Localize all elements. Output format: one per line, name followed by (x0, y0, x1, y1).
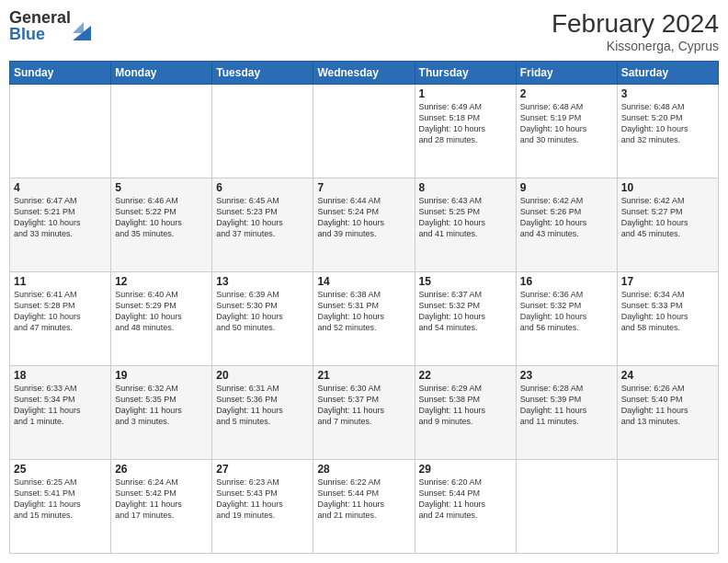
day-info: Sunrise: 6:26 AM Sunset: 5:40 PM Dayligh… (621, 383, 714, 428)
col-thursday: Thursday (415, 62, 516, 85)
day-number: 8 (419, 181, 512, 194)
day-info: Sunrise: 6:37 AM Sunset: 5:32 PM Dayligh… (419, 289, 512, 334)
day-info: Sunrise: 6:23 AM Sunset: 5:43 PM Dayligh… (216, 477, 309, 522)
logo-text: General Blue (9, 9, 71, 42)
day-info: Sunrise: 6:47 AM Sunset: 5:21 PM Dayligh… (14, 195, 107, 240)
col-wednesday: Wednesday (313, 62, 415, 85)
calendar-cell: 18Sunrise: 6:33 AM Sunset: 5:34 PM Dayli… (10, 366, 111, 460)
day-info: Sunrise: 6:42 AM Sunset: 5:27 PM Dayligh… (621, 195, 714, 240)
day-info: Sunrise: 6:38 AM Sunset: 5:31 PM Dayligh… (317, 289, 410, 334)
day-number: 11 (14, 275, 107, 288)
col-friday: Friday (516, 62, 617, 85)
day-info: Sunrise: 6:40 AM Sunset: 5:29 PM Dayligh… (115, 289, 208, 334)
calendar-cell: 8Sunrise: 6:43 AM Sunset: 5:25 PM Daylig… (415, 178, 516, 272)
title-block: February 2024 Kissonerga, Cyprus (552, 9, 719, 53)
day-number: 28 (317, 463, 410, 476)
day-info: Sunrise: 6:31 AM Sunset: 5:36 PM Dayligh… (216, 383, 309, 428)
calendar-cell: 5Sunrise: 6:46 AM Sunset: 5:22 PM Daylig… (111, 178, 212, 272)
calendar-cell (10, 85, 111, 178)
day-number: 17 (621, 275, 714, 288)
calendar-cell: 27Sunrise: 6:23 AM Sunset: 5:43 PM Dayli… (212, 460, 313, 554)
calendar-cell: 4Sunrise: 6:47 AM Sunset: 5:21 PM Daylig… (10, 178, 111, 272)
day-info: Sunrise: 6:45 AM Sunset: 5:23 PM Dayligh… (216, 195, 309, 240)
day-number: 18 (14, 369, 107, 382)
day-info: Sunrise: 6:49 AM Sunset: 5:18 PM Dayligh… (419, 101, 512, 146)
logo: General Blue (9, 9, 91, 42)
col-sunday: Sunday (10, 62, 111, 85)
calendar-table: Sunday Monday Tuesday Wednesday Thursday… (9, 61, 719, 554)
location: Kissonerga, Cyprus (552, 39, 719, 53)
week-row-5: 25Sunrise: 6:25 AM Sunset: 5:41 PM Dayli… (10, 460, 719, 554)
day-info: Sunrise: 6:39 AM Sunset: 5:30 PM Dayligh… (216, 289, 309, 334)
col-saturday: Saturday (617, 62, 718, 85)
calendar-cell: 11Sunrise: 6:41 AM Sunset: 5:28 PM Dayli… (10, 272, 111, 366)
page: General Blue February 2024 Kissonerga, C… (0, 0, 728, 563)
calendar-cell: 23Sunrise: 6:28 AM Sunset: 5:39 PM Dayli… (516, 366, 617, 460)
day-info: Sunrise: 6:48 AM Sunset: 5:20 PM Dayligh… (621, 101, 714, 146)
day-number: 27 (216, 463, 309, 476)
day-number: 12 (115, 275, 208, 288)
day-info: Sunrise: 6:20 AM Sunset: 5:44 PM Dayligh… (419, 477, 512, 522)
col-tuesday: Tuesday (212, 62, 313, 85)
calendar-cell: 17Sunrise: 6:34 AM Sunset: 5:33 PM Dayli… (617, 272, 718, 366)
calendar-cell: 20Sunrise: 6:31 AM Sunset: 5:36 PM Dayli… (212, 366, 313, 460)
day-info: Sunrise: 6:46 AM Sunset: 5:22 PM Dayligh… (115, 195, 208, 240)
calendar-cell: 10Sunrise: 6:42 AM Sunset: 5:27 PM Dayli… (617, 178, 718, 272)
calendar-cell (313, 85, 415, 178)
header: General Blue February 2024 Kissonerga, C… (9, 9, 719, 53)
calendar-cell (516, 460, 617, 554)
day-info: Sunrise: 6:25 AM Sunset: 5:41 PM Dayligh… (14, 477, 107, 522)
calendar-header-row: Sunday Monday Tuesday Wednesday Thursday… (10, 62, 719, 85)
day-info: Sunrise: 6:41 AM Sunset: 5:28 PM Dayligh… (14, 289, 107, 334)
logo-blue: Blue (9, 26, 71, 42)
calendar-cell: 2Sunrise: 6:48 AM Sunset: 5:19 PM Daylig… (516, 85, 617, 178)
day-number: 25 (14, 463, 107, 476)
week-row-1: 1Sunrise: 6:49 AM Sunset: 5:18 PM Daylig… (10, 85, 719, 178)
calendar-cell: 3Sunrise: 6:48 AM Sunset: 5:20 PM Daylig… (617, 85, 718, 178)
day-info: Sunrise: 6:24 AM Sunset: 5:42 PM Dayligh… (115, 477, 208, 522)
day-number: 21 (317, 369, 410, 382)
calendar-cell: 29Sunrise: 6:20 AM Sunset: 5:44 PM Dayli… (415, 460, 516, 554)
calendar-cell: 15Sunrise: 6:37 AM Sunset: 5:32 PM Dayli… (415, 272, 516, 366)
calendar-cell: 9Sunrise: 6:42 AM Sunset: 5:26 PM Daylig… (516, 178, 617, 272)
day-info: Sunrise: 6:48 AM Sunset: 5:19 PM Dayligh… (520, 101, 613, 146)
calendar-cell: 24Sunrise: 6:26 AM Sunset: 5:40 PM Dayli… (617, 366, 718, 460)
calendar-cell (617, 460, 718, 554)
day-number: 14 (317, 275, 410, 288)
day-info: Sunrise: 6:34 AM Sunset: 5:33 PM Dayligh… (621, 289, 714, 334)
day-number: 24 (621, 369, 714, 382)
day-number: 2 (520, 87, 613, 100)
day-info: Sunrise: 6:29 AM Sunset: 5:38 PM Dayligh… (419, 383, 512, 428)
day-info: Sunrise: 6:43 AM Sunset: 5:25 PM Dayligh… (419, 195, 512, 240)
calendar-cell: 13Sunrise: 6:39 AM Sunset: 5:30 PM Dayli… (212, 272, 313, 366)
day-number: 5 (115, 181, 208, 194)
day-info: Sunrise: 6:28 AM Sunset: 5:39 PM Dayligh… (520, 383, 613, 428)
calendar-cell: 26Sunrise: 6:24 AM Sunset: 5:42 PM Dayli… (111, 460, 212, 554)
day-number: 22 (419, 369, 512, 382)
calendar-cell: 28Sunrise: 6:22 AM Sunset: 5:44 PM Dayli… (313, 460, 415, 554)
day-number: 26 (115, 463, 208, 476)
calendar-cell: 14Sunrise: 6:38 AM Sunset: 5:31 PM Dayli… (313, 272, 415, 366)
week-row-4: 18Sunrise: 6:33 AM Sunset: 5:34 PM Dayli… (10, 366, 719, 460)
day-number: 1 (419, 87, 512, 100)
logo-icon (73, 18, 91, 40)
calendar-cell: 22Sunrise: 6:29 AM Sunset: 5:38 PM Dayli… (415, 366, 516, 460)
week-row-2: 4Sunrise: 6:47 AM Sunset: 5:21 PM Daylig… (10, 178, 719, 272)
day-number: 9 (520, 181, 613, 194)
day-number: 15 (419, 275, 512, 288)
day-info: Sunrise: 6:22 AM Sunset: 5:44 PM Dayligh… (317, 477, 410, 522)
calendar-cell: 7Sunrise: 6:44 AM Sunset: 5:24 PM Daylig… (313, 178, 415, 272)
svg-marker-1 (73, 22, 84, 33)
day-number: 7 (317, 181, 410, 194)
day-number: 3 (621, 87, 714, 100)
calendar-cell: 6Sunrise: 6:45 AM Sunset: 5:23 PM Daylig… (212, 178, 313, 272)
day-number: 20 (216, 369, 309, 382)
day-info: Sunrise: 6:36 AM Sunset: 5:32 PM Dayligh… (520, 289, 613, 334)
calendar-cell (212, 85, 313, 178)
day-info: Sunrise: 6:30 AM Sunset: 5:37 PM Dayligh… (317, 383, 410, 428)
col-monday: Monday (111, 62, 212, 85)
calendar-cell: 21Sunrise: 6:30 AM Sunset: 5:37 PM Dayli… (313, 366, 415, 460)
week-row-3: 11Sunrise: 6:41 AM Sunset: 5:28 PM Dayli… (10, 272, 719, 366)
day-number: 10 (621, 181, 714, 194)
day-number: 29 (419, 463, 512, 476)
